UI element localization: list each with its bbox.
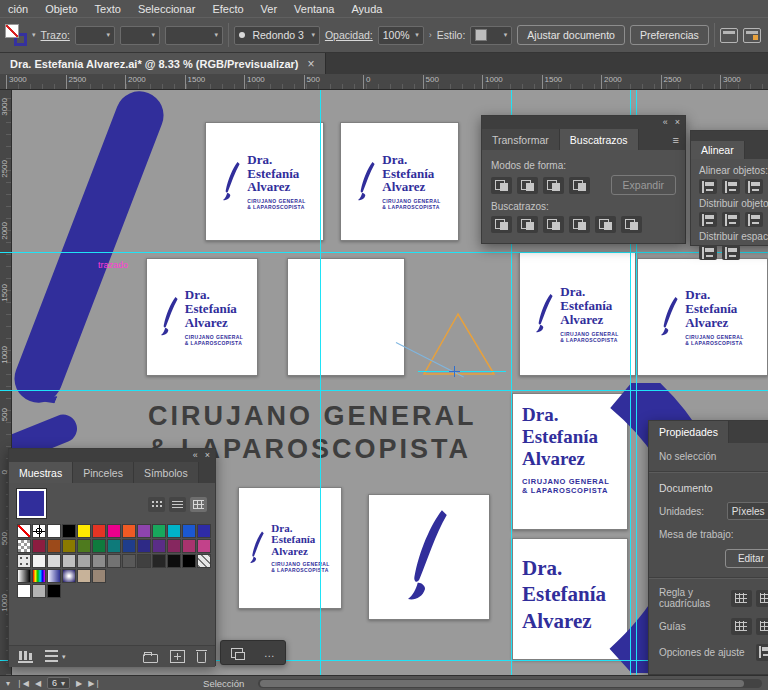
swatch[interactable] xyxy=(47,554,61,568)
artboard-4-empty[interactable] xyxy=(287,258,405,376)
fit-document-button[interactable]: Ajustar documento xyxy=(517,25,625,45)
swatch[interactable] xyxy=(77,539,91,553)
fill-stroke-indicator[interactable] xyxy=(5,24,27,46)
exclude-icon[interactable] xyxy=(569,177,590,194)
collapse-icon[interactable]: « xyxy=(193,449,198,462)
artboard-1[interactable]: Dra. Estefanía Alvarez CIRUJANO GENERAL … xyxy=(205,122,324,241)
swatch[interactable] xyxy=(77,554,91,568)
first-artboard-icon[interactable]: ❘◀ xyxy=(16,679,29,688)
artboard-7[interactable]: Dra. Estefanía Alvarez CIRUJANO GENERAL … xyxy=(238,487,342,609)
swatch[interactable] xyxy=(182,554,196,568)
swatch[interactable] xyxy=(197,524,211,538)
menu-item[interactable]: Efecto xyxy=(212,3,243,15)
swatch[interactable] xyxy=(122,554,136,568)
minus-front-icon[interactable] xyxy=(517,177,538,194)
tab-muestras[interactable]: Muestras xyxy=(9,462,73,483)
intersect-icon[interactable] xyxy=(543,177,564,194)
swatch[interactable] xyxy=(137,554,151,568)
merge-icon[interactable] xyxy=(543,216,564,233)
swatch[interactable] xyxy=(62,524,76,538)
swatch[interactable] xyxy=(47,524,61,538)
collapse-icon[interactable]: « xyxy=(663,116,668,129)
libraries-icon[interactable] xyxy=(18,650,33,663)
menu-item[interactable]: Ventana xyxy=(294,3,334,15)
close-icon[interactable]: × xyxy=(675,116,680,129)
menu-item[interactable]: ción xyxy=(8,3,28,15)
ruler-icon[interactable] xyxy=(731,590,752,607)
swatch[interactable] xyxy=(152,554,166,568)
swatch-kinds-icon[interactable] xyxy=(45,650,58,663)
delete-swatch-icon[interactable] xyxy=(197,652,206,663)
stroke-label[interactable]: Trazo: xyxy=(41,29,70,41)
swatch[interactable] xyxy=(47,539,61,553)
swatch[interactable] xyxy=(107,539,121,553)
menu-item[interactable]: Ayuda xyxy=(351,3,382,15)
swatch[interactable] xyxy=(17,524,31,538)
swatch[interactable] xyxy=(17,554,31,568)
swatch[interactable] xyxy=(77,524,91,538)
crop-icon[interactable] xyxy=(569,216,590,233)
next-artboard-icon[interactable]: ▶ xyxy=(76,679,82,688)
swatch[interactable] xyxy=(32,539,46,553)
align-center-h-icon[interactable] xyxy=(722,179,740,194)
swatch[interactable] xyxy=(122,524,136,538)
show-guides-icon[interactable] xyxy=(731,618,752,635)
menu-item[interactable]: Objeto xyxy=(45,3,77,15)
artboard-5[interactable]: Dra. Estefanía Alvarez CIRUJANO GENERAL … xyxy=(519,252,636,376)
swatch[interactable] xyxy=(182,524,196,538)
swatch[interactable] xyxy=(32,554,46,568)
swatch[interactable] xyxy=(107,524,121,538)
libraries-sync-icon[interactable] xyxy=(743,28,761,43)
swatch[interactable] xyxy=(167,539,181,553)
tab-pinceles[interactable]: Pinceles xyxy=(73,462,134,483)
unite-icon[interactable] xyxy=(491,177,512,194)
fill-dropdown-icon[interactable]: ▾ xyxy=(32,31,36,39)
units-select[interactable]: Píxeles ▾ xyxy=(727,502,768,520)
workspace-switcher-icon[interactable] xyxy=(720,28,738,43)
snap-point-icon[interactable] xyxy=(756,644,768,661)
scrollbar-thumb[interactable] xyxy=(260,680,744,687)
space-horizontal-icon[interactable] xyxy=(722,245,740,260)
brush-select[interactable]: Redondo 3 ▾ xyxy=(234,26,320,45)
swatch[interactable] xyxy=(32,569,46,583)
swatch[interactable] xyxy=(77,569,91,583)
vertical-guide[interactable] xyxy=(320,90,321,675)
last-artboard-icon[interactable]: ▶❘ xyxy=(88,679,101,688)
grid-view-icon[interactable] xyxy=(190,497,207,512)
swatch[interactable] xyxy=(32,524,46,538)
new-swatch-icon[interactable] xyxy=(170,650,185,663)
swatch[interactable] xyxy=(17,539,31,553)
distribute-bottom-icon[interactable] xyxy=(745,212,763,227)
minus-back-icon[interactable] xyxy=(621,216,642,233)
document-tab[interactable]: Dra. Estefanía Alvarez.ai* @ 8.33 % (RGB… xyxy=(0,53,326,74)
swatch[interactable] xyxy=(92,539,106,553)
swatch[interactable] xyxy=(152,539,166,553)
artboards-panel-icon[interactable] xyxy=(231,648,243,658)
previous-artboard-icon[interactable]: ◀ xyxy=(35,679,41,688)
swatch[interactable] xyxy=(92,554,106,568)
swatch[interactable] xyxy=(62,539,76,553)
preferences-button[interactable]: Preferencias xyxy=(630,25,709,45)
artboard-8[interactable] xyxy=(368,494,490,620)
trim-icon[interactable] xyxy=(517,216,538,233)
stroke-variable-width-select[interactable]: ▾ xyxy=(120,26,160,45)
outline-icon[interactable] xyxy=(595,216,616,233)
swatch[interactable] xyxy=(167,554,181,568)
swatch[interactable] xyxy=(32,584,46,598)
more-options-icon[interactable]: … xyxy=(264,647,275,659)
stroke-weight-select[interactable]: ▾ xyxy=(75,26,115,45)
align-left-icon[interactable] xyxy=(699,179,717,194)
space-vertical-icon[interactable] xyxy=(699,245,717,260)
list-view-icon[interactable] xyxy=(169,497,186,512)
edit-artboards-button[interactable]: Editar xyxy=(725,549,768,568)
artboard-6[interactable]: Dra. Estefanía Alvarez CIRUJANO GENERAL … xyxy=(637,258,768,376)
swatch[interactable] xyxy=(17,584,31,598)
canvas-workspace[interactable]: 3000250020001500100050005001000 CIRUJANO… xyxy=(0,90,768,675)
swatch[interactable] xyxy=(47,584,61,598)
selected-swatch[interactable] xyxy=(17,489,46,518)
swatch[interactable] xyxy=(182,539,196,553)
panel-menu-icon[interactable]: ≡ xyxy=(667,129,685,150)
opacity-select[interactable]: 100% ▾ xyxy=(378,26,424,45)
artboard-2[interactable]: Dra. Estefanía Alvarez CIRUJANO GENERAL … xyxy=(340,122,459,241)
style-select[interactable]: ▾ xyxy=(470,26,512,45)
